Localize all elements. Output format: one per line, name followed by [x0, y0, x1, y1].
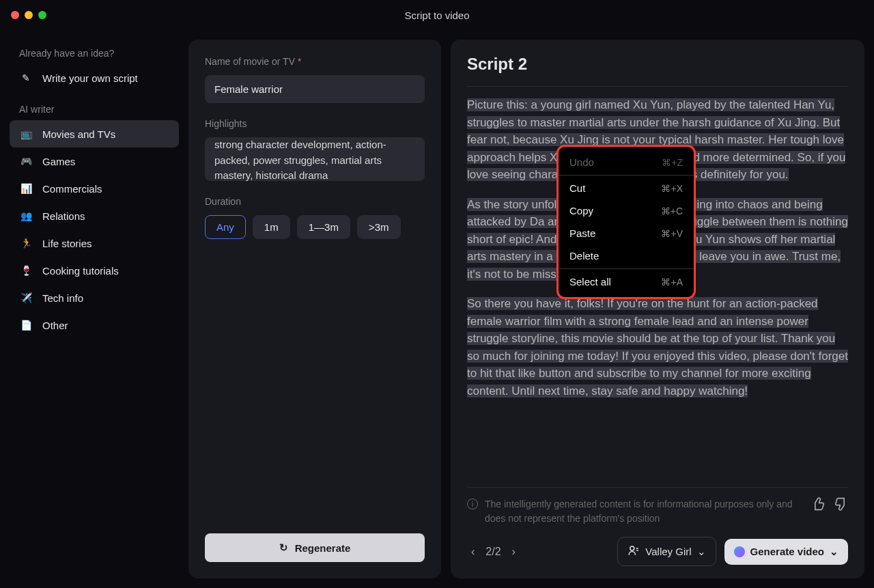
- sidebar-item-games[interactable]: 🎮Games: [10, 148, 179, 175]
- duration-option[interactable]: Any: [205, 215, 246, 239]
- sidebar-item-label: Relations: [42, 210, 85, 222]
- duration-options: Any1m1—3m>3m: [205, 215, 425, 239]
- pager-prev-button[interactable]: ‹: [467, 543, 479, 561]
- menu-item-delete[interactable]: Delete: [559, 244, 694, 267]
- sparkle-icon: [734, 546, 745, 557]
- script-form-panel: Name of movie or TV * Highlights strong …: [188, 40, 441, 578]
- sidebar-item-label: Games: [42, 156, 75, 167]
- category-icon: 📺: [19, 127, 33, 141]
- menu-item-paste[interactable]: Paste⌘+V: [559, 222, 694, 244]
- menu-shortcut: ⌘+C: [661, 206, 683, 216]
- voice-label: Valley Girl: [645, 546, 691, 557]
- idea-header: Already have an idea?: [10, 42, 179, 64]
- generate-video-button[interactable]: Generate video ⌄: [724, 539, 848, 565]
- context-menu: Undo⌘+ZCut⌘+XCopy⌘+CPaste⌘+VDeleteSelect…: [556, 145, 696, 299]
- chevron-down-icon: ⌄: [697, 546, 706, 558]
- thumbs-down-button[interactable]: [834, 497, 848, 514]
- menu-item-label: Cut: [569, 182, 585, 194]
- thumbs-up-button[interactable]: [811, 497, 825, 514]
- duration-label: Duration: [205, 196, 425, 207]
- category-icon: 📊: [19, 182, 33, 195]
- disclaimer-row: i The intelligently generated content is…: [467, 487, 848, 526]
- pencil-icon: ✎: [19, 71, 33, 85]
- regenerate-label: Regenerate: [295, 542, 351, 554]
- regenerate-button[interactable]: ↻ Regenerate: [205, 533, 425, 562]
- sidebar: Already have an idea? ✎ Write your own s…: [10, 40, 179, 578]
- menu-item-label: Undo: [569, 156, 594, 168]
- highlights-input[interactable]: strong character development, action-pac…: [205, 137, 425, 181]
- menu-item-label: Delete: [569, 250, 599, 262]
- sidebar-item-label: Tech info: [42, 292, 83, 304]
- titlebar: Script to video: [0, 0, 874, 30]
- thumbs-down-icon: [834, 497, 848, 511]
- script-paragraph-3: So there you have it, folks! If you're o…: [467, 297, 848, 397]
- category-icon: 🎮: [19, 154, 33, 168]
- menu-divider: [559, 268, 694, 269]
- svg-point-0: [630, 546, 634, 550]
- menu-item-copy[interactable]: Copy⌘+C: [559, 199, 694, 222]
- sidebar-item-label: Cooking tutorials: [42, 265, 119, 277]
- maximize-window-button[interactable]: [38, 11, 46, 19]
- category-icon: ✈️: [19, 291, 33, 305]
- category-icon: 👥: [19, 209, 33, 223]
- sidebar-item-tech-info[interactable]: ✈️Tech info: [10, 284, 179, 311]
- menu-shortcut: ⌘+Z: [662, 157, 683, 168]
- bottom-controls: ‹ 2/2 › Valley Girl ⌄ Generate video ⌄: [467, 537, 848, 566]
- info-icon: i: [467, 499, 478, 509]
- script-title: Script 2: [467, 55, 848, 87]
- menu-shortcut: ⌘+V: [661, 228, 683, 239]
- thumbs-up-icon: [811, 497, 825, 511]
- sidebar-item-label: Other: [42, 320, 68, 331]
- menu-item-label: Copy: [569, 205, 593, 216]
- chevron-down-icon: ⌄: [830, 546, 838, 558]
- voice-icon: [628, 544, 640, 559]
- minimize-window-button[interactable]: [25, 11, 33, 19]
- menu-shortcut: ⌘+X: [661, 183, 683, 194]
- refresh-icon: ↻: [279, 542, 288, 554]
- category-icon: 🏃: [19, 236, 33, 250]
- duration-option[interactable]: 1m: [253, 215, 290, 239]
- menu-divider: [559, 175, 694, 176]
- window-title: Script to video: [404, 10, 469, 21]
- disclaimer-text: The intelligently generated content is f…: [485, 497, 804, 526]
- write-own-script[interactable]: ✎ Write your own script: [10, 64, 179, 92]
- movie-name-input[interactable]: [205, 75, 425, 103]
- category-icon: 📄: [19, 318, 33, 332]
- menu-item-cut[interactable]: Cut⌘+X: [559, 177, 694, 199]
- close-window-button[interactable]: [11, 11, 19, 19]
- sidebar-item-other[interactable]: 📄Other: [10, 311, 179, 339]
- pager-next-button[interactable]: ›: [508, 543, 520, 561]
- highlights-label: Highlights: [205, 118, 425, 129]
- pager-count: 2/2: [485, 546, 501, 558]
- sidebar-item-label: Commercials: [42, 183, 102, 195]
- duration-option[interactable]: >3m: [357, 215, 401, 239]
- sidebar-item-label: Life stories: [42, 238, 92, 249]
- sidebar-item-commercials[interactable]: 📊Commercials: [10, 175, 179, 202]
- menu-item-select-all[interactable]: Select all⌘+A: [559, 270, 694, 293]
- sidebar-item-relations[interactable]: 👥Relations: [10, 202, 179, 229]
- script-preview-panel: Script 2 Picture this: a young girl name…: [451, 40, 864, 578]
- menu-item-label: Paste: [569, 227, 595, 239]
- window-controls: [11, 11, 46, 19]
- sidebar-item-movies-and-tvs[interactable]: 📺Movies and TVs: [10, 120, 179, 148]
- pager: ‹ 2/2 ›: [467, 543, 520, 561]
- menu-item-label: Select all: [569, 276, 611, 288]
- generate-label: Generate video: [750, 546, 824, 557]
- voice-select-button[interactable]: Valley Girl ⌄: [617, 537, 716, 566]
- sidebar-item-label: Movies and TVs: [42, 128, 115, 140]
- ai-writer-header: AI writer: [10, 98, 179, 120]
- sidebar-item-life-stories[interactable]: 🏃Life stories: [10, 229, 179, 257]
- sidebar-item-label: Write your own script: [42, 72, 138, 84]
- category-icon: 🍷: [19, 264, 33, 277]
- name-label: Name of movie or TV *: [205, 56, 425, 67]
- duration-option[interactable]: 1—3m: [297, 215, 350, 239]
- menu-shortcut: ⌘+A: [661, 277, 683, 288]
- sidebar-item-cooking-tutorials[interactable]: 🍷Cooking tutorials: [10, 257, 179, 284]
- menu-item-undo: Undo⌘+Z: [559, 151, 694, 173]
